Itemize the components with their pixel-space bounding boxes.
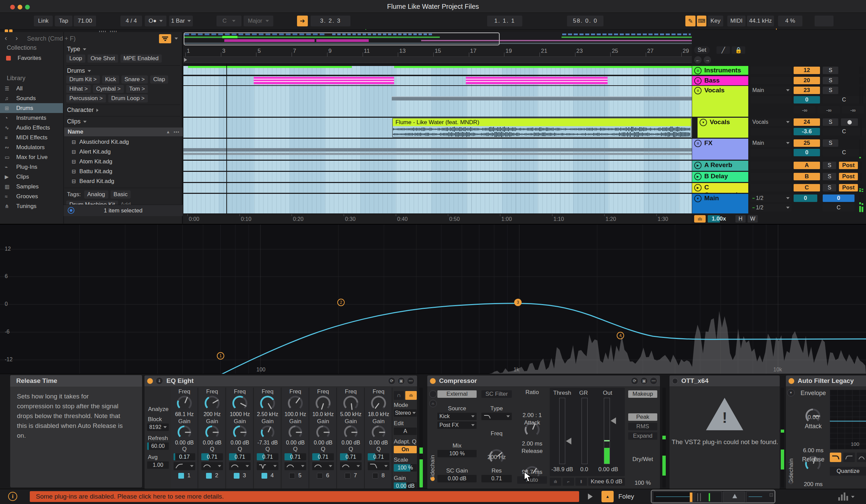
sidebar-item-clips[interactable]: ▶Clips xyxy=(0,172,63,182)
band-filter-type-menu[interactable] xyxy=(368,462,389,470)
automation-mode-button[interactable]: ╱ xyxy=(717,46,730,54)
send-amount[interactable]: C xyxy=(793,184,820,191)
band-q-value[interactable]: 0.71 xyxy=(340,453,362,460)
transfer-curve-button[interactable]: ⌐ xyxy=(563,478,574,486)
tempo-field[interactable]: 71.00 xyxy=(74,15,96,26)
band-gain-value[interactable]: 0.00 dB xyxy=(171,440,198,446)
collapsed-view-button[interactable]: ⫴ xyxy=(575,478,587,486)
drum-filter-chip[interactable]: Clap xyxy=(150,76,168,83)
rms-button[interactable]: RMS xyxy=(628,423,657,430)
band-freq-value[interactable]: 1000 Hz xyxy=(227,411,253,417)
send-amount[interactable]: 12 xyxy=(793,67,820,74)
arrangement-overview[interactable] xyxy=(184,32,692,46)
block-menu[interactable]: 8192 xyxy=(147,424,169,431)
pre-post-toggle[interactable]: Post xyxy=(839,173,858,180)
solo-button[interactable]: S xyxy=(823,77,838,84)
more-options-icon[interactable]: ⋯ xyxy=(650,377,657,384)
device-activator[interactable] xyxy=(789,378,794,384)
filter-clips-header[interactable]: Clips xyxy=(67,118,87,125)
time-signature-field[interactable]: 4 / 4 xyxy=(120,15,142,26)
device-activator[interactable] xyxy=(672,378,678,384)
sidebar-item-drums[interactable]: ⊞Drums xyxy=(0,103,63,113)
drum-filter-chip[interactable]: Snare > xyxy=(121,76,148,83)
send-amount[interactable]: 23 xyxy=(793,87,820,94)
volume-field[interactable]: 0 xyxy=(793,96,820,103)
send-amount[interactable]: 20 xyxy=(793,77,820,84)
track-header-vocals-group[interactable]: ≡Vocals Main 23 S 0 C -∞-∞-∞ xyxy=(692,86,866,117)
band-filter-type-menu[interactable] xyxy=(340,462,362,470)
band-freq-knob[interactable] xyxy=(371,396,386,411)
track-lane-a-reverb[interactable] xyxy=(184,161,692,171)
solo-button[interactable]: S xyxy=(823,139,838,147)
band-gain-knob[interactable] xyxy=(372,426,385,439)
peak-button[interactable]: Peak xyxy=(628,413,657,421)
drum-filter-chip[interactable]: Cymbal > xyxy=(93,85,123,93)
headphones-icon[interactable]: ∩ xyxy=(429,400,437,407)
overview-view-box[interactable] xyxy=(184,33,500,45)
song-start-marker-icon[interactable] xyxy=(184,58,187,62)
out-value[interactable]: 0.00 dB xyxy=(594,466,623,473)
hot-swap-icon[interactable]: ⇓ xyxy=(156,377,163,384)
more-options-icon[interactable]: ⋯ xyxy=(407,377,414,384)
quantize-menu[interactable]: 1 Bar xyxy=(169,15,193,26)
beat-time-ruler[interactable]: 1357911131517192123252729 xyxy=(184,46,692,57)
band-q-value[interactable]: 0.71 xyxy=(257,453,278,460)
band-freq-knob[interactable] xyxy=(260,396,275,411)
save-preset-icon[interactable]: ▣ xyxy=(640,377,648,384)
eq-band-handle-1[interactable]: 1 xyxy=(217,352,224,360)
band-q-value[interactable]: 0.71 xyxy=(285,453,306,460)
sidebar-item-samples[interactable]: ▥Samples xyxy=(0,182,63,191)
quantize-button[interactable]: Quantize xyxy=(830,467,866,475)
key-map-button[interactable]: Key xyxy=(708,15,723,26)
knee-field[interactable]: Knee 6.0 dB xyxy=(588,478,625,486)
forward-arrow-button[interactable]: → xyxy=(704,56,711,64)
sidebar-item-grooves[interactable]: ≈Grooves xyxy=(0,191,63,201)
makeup-button[interactable]: Makeup xyxy=(628,390,657,398)
drum-filter-chip[interactable]: Kick xyxy=(102,76,119,83)
band-freq-knob[interactable] xyxy=(288,396,303,411)
automation-segment[interactable] xyxy=(184,148,692,152)
volume-field[interactable]: -3.6 xyxy=(793,128,820,135)
track-lane-vocals-group[interactable] xyxy=(184,86,692,117)
band-filter-type-menu[interactable] xyxy=(285,462,306,470)
send-field[interactable]: -∞ xyxy=(818,106,840,114)
band-freq-knob[interactable] xyxy=(315,396,331,411)
thresh-handle-icon[interactable] xyxy=(566,438,571,445)
dry-wet-value[interactable]: 100 % xyxy=(628,480,657,486)
band-activator-checkbox[interactable] xyxy=(345,473,351,479)
attack-value[interactable]: 6.00 ms xyxy=(798,447,829,454)
solo-button[interactable]: S xyxy=(823,184,836,191)
band-gain-value[interactable]: 0.00 dB xyxy=(337,440,364,446)
output-routing-menu[interactable]: ▪▪1/2 xyxy=(750,204,791,211)
source-tap-menu[interactable]: Post FX xyxy=(437,422,477,429)
search-input[interactable] xyxy=(26,34,154,43)
device-activator[interactable] xyxy=(147,378,153,384)
file-item[interactable]: ⊟Battu Kit.adg xyxy=(64,166,183,176)
out-meter[interactable] xyxy=(604,398,610,464)
link-button[interactable]: Link xyxy=(34,15,53,26)
sidebar-item-midi-effects[interactable]: ≡MIDI Effects xyxy=(0,133,63,143)
filter-type-bandpass-button[interactable] xyxy=(857,452,866,462)
save-preset-icon[interactable]: ▣ xyxy=(398,377,405,384)
solo-button[interactable]: S xyxy=(823,67,838,74)
file-item[interactable]: ⊟Atom Kit.adg xyxy=(64,157,183,166)
eq-band-handle-2[interactable]: 2 xyxy=(337,299,345,306)
time-ruler[interactable]: 0:000:100:200:300:400:501:001:101:201:30 xyxy=(184,214,692,224)
device-title[interactable]: Compressor xyxy=(439,377,477,384)
draw-mode-button[interactable]: ✎ xyxy=(685,15,696,26)
send-field[interactable]: -∞ xyxy=(842,106,864,114)
status-menu-arrow-icon[interactable] xyxy=(851,496,855,498)
band-gain-knob[interactable] xyxy=(316,426,330,439)
send-field[interactable]: -∞ xyxy=(793,106,815,114)
sync-icon[interactable]: ⟳ xyxy=(631,377,639,384)
ratio-value[interactable]: 2.00 : 1 xyxy=(516,412,548,419)
activity-view-button[interactable]: ılı xyxy=(550,478,561,486)
band-activator-checkbox[interactable] xyxy=(178,473,184,479)
track-lane-bass[interactable] xyxy=(184,76,692,85)
track-lane-vocals[interactable]: Flume - Like Water (feat. MNDR) xyxy=(184,118,692,138)
mode-menu[interactable]: Stereo xyxy=(394,409,417,417)
refresh-field[interactable]: 60.00 xyxy=(147,443,169,450)
track-header-a-reverb[interactable]: ▶A Reverb A S Post xyxy=(692,161,866,171)
fold-device-icon[interactable]: ▼ xyxy=(787,389,795,396)
sc-type-menu[interactable] xyxy=(481,413,512,420)
